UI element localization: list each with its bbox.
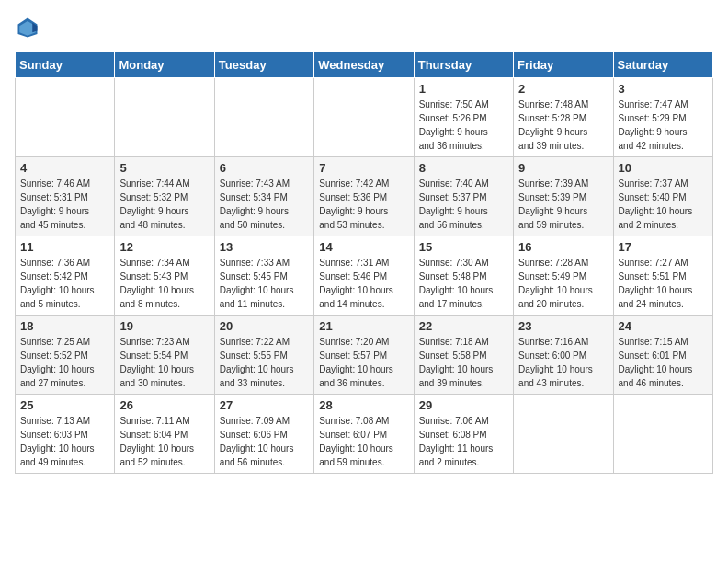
day-cell: 22Sunrise: 7:18 AM Sunset: 5:58 PM Dayli… [414,316,513,395]
header-cell-sunday: Sunday [16,52,115,78]
day-number: 25 [20,398,109,412]
day-cell: 14Sunrise: 7:31 AM Sunset: 5:46 PM Dayli… [314,236,414,316]
day-cell: 8Sunrise: 7:40 AM Sunset: 5:37 PM Daylig… [414,157,513,236]
day-cell: 23Sunrise: 7:16 AM Sunset: 6:00 PM Dayli… [514,316,613,395]
day-number: 18 [20,319,109,333]
day-cell: 26Sunrise: 7:11 AM Sunset: 6:04 PM Dayli… [115,395,214,474]
day-number: 19 [119,319,209,333]
day-cell: 11Sunrise: 7:36 AM Sunset: 5:42 PM Dayli… [16,236,115,316]
logo [15,15,44,40]
day-info: Sunrise: 7:30 AM Sunset: 5:48 PM Dayligh… [419,256,508,311]
header-row: SundayMondayTuesdayWednesdayThursdayFrid… [16,52,713,78]
day-info: Sunrise: 7:43 AM Sunset: 5:34 PM Dayligh… [220,177,309,232]
day-cell: 13Sunrise: 7:33 AM Sunset: 5:45 PM Dayli… [214,236,313,316]
calendar-header: SundayMondayTuesdayWednesdayThursdayFrid… [16,52,713,78]
day-cell: 19Sunrise: 7:23 AM Sunset: 5:54 PM Dayli… [115,316,214,395]
calendar-table: SundayMondayTuesdayWednesdayThursdayFrid… [15,52,713,474]
day-number: 24 [619,319,708,333]
day-info: Sunrise: 7:37 AM Sunset: 5:40 PM Dayligh… [619,177,708,232]
day-info: Sunrise: 7:34 AM Sunset: 5:43 PM Dayligh… [119,256,209,311]
day-number: 20 [220,319,309,333]
day-cell: 15Sunrise: 7:30 AM Sunset: 5:48 PM Dayli… [414,236,513,316]
header-cell-monday: Monday [115,52,214,78]
day-cell [514,395,613,474]
day-info: Sunrise: 7:16 AM Sunset: 6:00 PM Dayligh… [518,335,608,390]
day-number: 10 [619,161,708,175]
day-number: 6 [220,161,309,175]
day-number: 23 [518,319,608,333]
day-cell: 12Sunrise: 7:34 AM Sunset: 5:43 PM Dayli… [115,236,214,316]
day-cell: 4Sunrise: 7:46 AM Sunset: 5:31 PM Daylig… [16,157,115,236]
week-row-4: 18Sunrise: 7:25 AM Sunset: 5:52 PM Dayli… [16,316,713,395]
day-info: Sunrise: 7:27 AM Sunset: 5:51 PM Dayligh… [619,256,708,311]
day-info: Sunrise: 7:47 AM Sunset: 5:29 PM Dayligh… [619,98,708,153]
day-cell [16,78,115,157]
day-info: Sunrise: 7:44 AM Sunset: 5:32 PM Dayligh… [119,177,209,232]
day-info: Sunrise: 7:15 AM Sunset: 6:01 PM Dayligh… [619,335,708,390]
header-cell-tuesday: Tuesday [214,52,313,78]
day-info: Sunrise: 7:22 AM Sunset: 5:55 PM Dayligh… [220,335,309,390]
day-cell [314,78,414,157]
day-number: 14 [319,240,408,254]
day-number: 1 [419,82,508,96]
day-info: Sunrise: 7:25 AM Sunset: 5:52 PM Dayligh… [20,335,109,390]
day-cell: 16Sunrise: 7:28 AM Sunset: 5:49 PM Dayli… [514,236,613,316]
day-cell: 27Sunrise: 7:09 AM Sunset: 6:06 PM Dayli… [214,395,313,474]
day-cell: 3Sunrise: 7:47 AM Sunset: 5:29 PM Daylig… [613,78,712,157]
day-number: 26 [119,398,209,412]
day-number: 13 [220,240,309,254]
day-cell: 10Sunrise: 7:37 AM Sunset: 5:40 PM Dayli… [613,157,712,236]
day-cell: 6Sunrise: 7:43 AM Sunset: 5:34 PM Daylig… [214,157,313,236]
day-info: Sunrise: 7:40 AM Sunset: 5:37 PM Dayligh… [419,177,508,232]
day-info: Sunrise: 7:11 AM Sunset: 6:04 PM Dayligh… [119,414,209,469]
week-row-1: 1Sunrise: 7:50 AM Sunset: 5:26 PM Daylig… [16,78,713,157]
day-cell: 29Sunrise: 7:06 AM Sunset: 6:08 PM Dayli… [414,395,513,474]
day-cell [115,78,214,157]
day-number: 3 [619,82,708,96]
day-cell [613,395,712,474]
week-row-2: 4Sunrise: 7:46 AM Sunset: 5:31 PM Daylig… [16,157,713,236]
week-row-3: 11Sunrise: 7:36 AM Sunset: 5:42 PM Dayli… [16,236,713,316]
header-cell-wednesday: Wednesday [314,52,414,78]
day-number: 15 [419,240,508,254]
day-number: 29 [419,398,508,412]
day-number: 21 [319,319,408,333]
day-info: Sunrise: 7:50 AM Sunset: 5:26 PM Dayligh… [419,98,508,153]
day-cell: 20Sunrise: 7:22 AM Sunset: 5:55 PM Dayli… [214,316,313,395]
logo-icon [15,15,40,40]
day-cell: 24Sunrise: 7:15 AM Sunset: 6:01 PM Dayli… [613,316,712,395]
day-cell: 5Sunrise: 7:44 AM Sunset: 5:32 PM Daylig… [115,157,214,236]
page-header [15,15,713,40]
day-cell: 28Sunrise: 7:08 AM Sunset: 6:07 PM Dayli… [314,395,414,474]
day-info: Sunrise: 7:23 AM Sunset: 5:54 PM Dayligh… [119,335,209,390]
day-number: 8 [419,161,508,175]
day-number: 22 [419,319,508,333]
day-cell: 18Sunrise: 7:25 AM Sunset: 5:52 PM Dayli… [16,316,115,395]
day-number: 5 [119,161,209,175]
day-cell: 1Sunrise: 7:50 AM Sunset: 5:26 PM Daylig… [414,78,513,157]
calendar-body: 1Sunrise: 7:50 AM Sunset: 5:26 PM Daylig… [16,78,713,474]
day-number: 11 [20,240,109,254]
day-info: Sunrise: 7:31 AM Sunset: 5:46 PM Dayligh… [319,256,408,311]
day-info: Sunrise: 7:39 AM Sunset: 5:39 PM Dayligh… [518,177,608,232]
day-info: Sunrise: 7:20 AM Sunset: 5:57 PM Dayligh… [319,335,408,390]
day-number: 7 [319,161,408,175]
day-number: 28 [319,398,408,412]
day-number: 2 [518,82,608,96]
day-info: Sunrise: 7:28 AM Sunset: 5:49 PM Dayligh… [518,256,608,311]
header-cell-saturday: Saturday [613,52,712,78]
day-number: 27 [220,398,309,412]
day-cell: 2Sunrise: 7:48 AM Sunset: 5:28 PM Daylig… [514,78,613,157]
day-cell [214,78,313,157]
day-info: Sunrise: 7:48 AM Sunset: 5:28 PM Dayligh… [518,98,608,153]
day-number: 16 [518,240,608,254]
day-info: Sunrise: 7:42 AM Sunset: 5:36 PM Dayligh… [319,177,408,232]
day-info: Sunrise: 7:09 AM Sunset: 6:06 PM Dayligh… [220,414,309,469]
day-cell: 21Sunrise: 7:20 AM Sunset: 5:57 PM Dayli… [314,316,414,395]
day-info: Sunrise: 7:36 AM Sunset: 5:42 PM Dayligh… [20,256,109,311]
day-cell: 7Sunrise: 7:42 AM Sunset: 5:36 PM Daylig… [314,157,414,236]
day-number: 9 [518,161,608,175]
day-cell: 25Sunrise: 7:13 AM Sunset: 6:03 PM Dayli… [16,395,115,474]
day-info: Sunrise: 7:46 AM Sunset: 5:31 PM Dayligh… [20,177,109,232]
day-info: Sunrise: 7:18 AM Sunset: 5:58 PM Dayligh… [419,335,508,390]
